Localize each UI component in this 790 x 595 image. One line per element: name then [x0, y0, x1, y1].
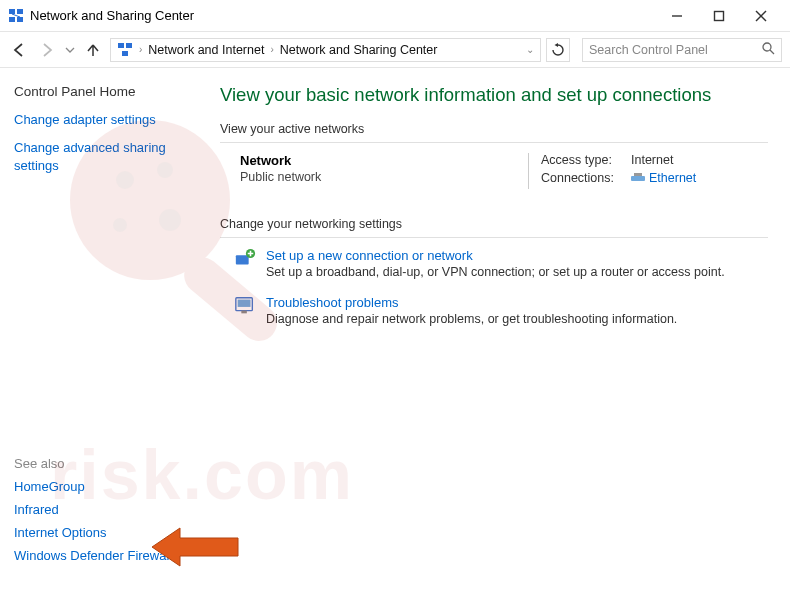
svg-rect-8 [9, 17, 15, 22]
active-network-block: Network Public network Access type: Inte… [240, 153, 768, 189]
search-placeholder: Search Control Panel [589, 43, 708, 57]
see-also-homegroup[interactable]: HomeGroup [14, 479, 196, 494]
svg-rect-6 [9, 9, 15, 14]
troubleshoot-desc: Diagnose and repair network problems, or… [266, 312, 677, 326]
svg-rect-22 [236, 255, 249, 264]
back-button[interactable] [8, 39, 30, 61]
svg-rect-9 [17, 17, 23, 22]
recent-dropdown[interactable] [64, 39, 76, 61]
window-title: Network and Sharing Center [30, 8, 194, 23]
network-name: Network [240, 153, 528, 168]
svg-rect-16 [126, 43, 132, 48]
svg-rect-7 [17, 9, 23, 14]
troubleshoot-link[interactable]: Troubleshoot problems [266, 295, 677, 310]
navigation-bar: › Network and Internet › Network and Sha… [0, 32, 790, 68]
control-panel-home-link[interactable]: Control Panel Home [14, 84, 196, 99]
svg-rect-15 [118, 43, 124, 48]
setup-connection-link[interactable]: Set up a new connection or network [266, 248, 725, 263]
troubleshoot-icon [234, 295, 256, 317]
network-icon [117, 42, 133, 58]
chevron-down-icon[interactable]: ⌄ [526, 44, 534, 55]
close-button[interactable] [740, 2, 782, 30]
access-type-value: Internet [631, 153, 673, 167]
sidebar-advanced-sharing[interactable]: Change advanced sharing settings [14, 139, 196, 175]
view-active-heading: View your active networks [220, 122, 768, 143]
app-icon [8, 8, 24, 24]
ethernet-icon [631, 173, 645, 183]
breadcrumb[interactable]: › Network and Internet › Network and Sha… [110, 38, 541, 62]
svg-rect-25 [238, 300, 251, 307]
maximize-button[interactable] [698, 2, 740, 30]
breadcrumb-sharing-center[interactable]: Network and Sharing Center [280, 43, 438, 57]
svg-point-18 [763, 43, 771, 51]
connection-ethernet-link[interactable]: Ethernet [631, 171, 696, 185]
setup-connection-item: Set up a new connection or network Set u… [234, 248, 768, 279]
sidebar: Control Panel Home Change adapter settin… [0, 68, 210, 595]
forward-button[interactable] [36, 39, 58, 61]
title-bar: Network and Sharing Center [0, 0, 790, 32]
change-settings-heading: Change your networking settings [220, 217, 768, 238]
svg-line-19 [770, 50, 774, 54]
setup-connection-desc: Set up a broadband, dial-up, or VPN conn… [266, 265, 725, 279]
breadcrumb-network-internet[interactable]: Network and Internet [148, 43, 264, 57]
refresh-button[interactable] [546, 38, 570, 62]
page-title: View your basic network information and … [220, 84, 768, 106]
annotation-arrow-icon [150, 524, 240, 570]
chevron-right-icon: › [270, 44, 273, 55]
main-content: View your basic network information and … [210, 68, 790, 595]
troubleshoot-item: Troubleshoot problems Diagnose and repai… [234, 295, 768, 326]
svg-rect-26 [241, 311, 247, 314]
connections-label: Connections: [541, 171, 631, 185]
svg-rect-21 [634, 173, 642, 176]
svg-rect-12 [715, 11, 724, 20]
svg-marker-27 [152, 528, 238, 566]
sidebar-change-adapter[interactable]: Change adapter settings [14, 111, 196, 129]
svg-rect-20 [631, 176, 645, 181]
search-input[interactable]: Search Control Panel [582, 38, 782, 62]
access-type-label: Access type: [541, 153, 631, 167]
svg-line-10 [12, 14, 20, 17]
network-type: Public network [240, 170, 528, 184]
chevron-right-icon: › [139, 44, 142, 55]
minimize-button[interactable] [656, 2, 698, 30]
up-button[interactable] [82, 39, 104, 61]
see-also-heading: See also [14, 456, 196, 471]
svg-rect-17 [122, 51, 128, 56]
see-also-infrared[interactable]: Infrared [14, 502, 196, 517]
search-icon [762, 42, 775, 58]
setup-connection-icon [234, 248, 256, 270]
